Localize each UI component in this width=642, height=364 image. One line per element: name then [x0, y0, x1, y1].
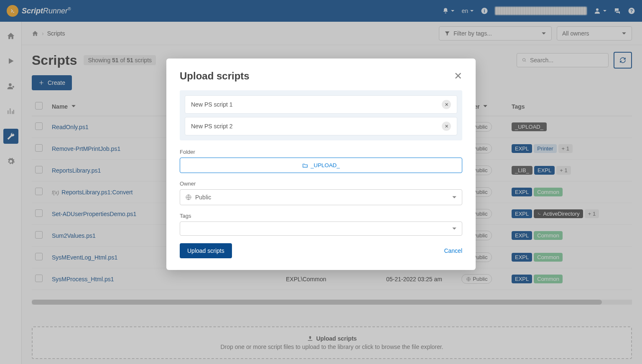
owner-label: Owner — [180, 181, 462, 187]
folder-select-button[interactable]: _UPLOAD_ — [180, 158, 462, 173]
file-remove-button[interactable]: ✕ — [442, 100, 451, 109]
folder-icon — [302, 163, 308, 168]
tags-label: Tags — [180, 213, 462, 219]
chevron-down-icon — [452, 195, 457, 200]
globe-icon — [185, 194, 192, 201]
file-name: New PS script 1 — [191, 101, 233, 108]
file-list: New PS script 1 ✕ New PS script 2 ✕ — [180, 90, 462, 140]
file-remove-button[interactable]: ✕ — [442, 122, 451, 131]
tags-select[interactable] — [180, 221, 462, 236]
modal-title: Upload scripts — [180, 70, 250, 82]
upload-submit-button[interactable]: Upload scripts — [180, 243, 232, 258]
file-name: New PS script 2 — [191, 123, 233, 130]
owner-select[interactable]: Public — [180, 189, 462, 205]
cancel-link[interactable]: Cancel — [444, 247, 462, 254]
file-item: New PS script 1 ✕ — [185, 95, 457, 114]
modal-close-button[interactable]: ✕ — [454, 70, 462, 82]
folder-label: Folder — [180, 149, 462, 155]
file-item: New PS script 2 ✕ — [185, 117, 457, 135]
modal-overlay[interactable]: Upload scripts ✕ New PS script 1 ✕ New P… — [0, 0, 642, 364]
upload-modal: Upload scripts ✕ New PS script 1 ✕ New P… — [166, 59, 476, 270]
chevron-down-icon — [452, 226, 457, 231]
